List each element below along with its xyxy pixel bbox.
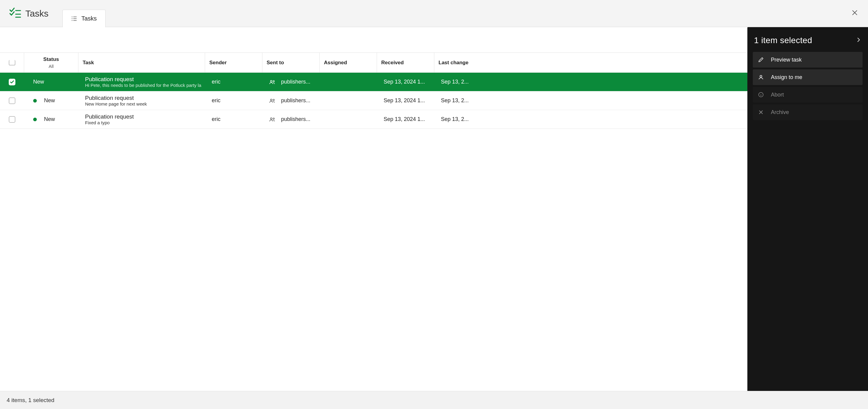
group-icon xyxy=(269,79,276,85)
header-checkbox-cell[interactable] xyxy=(0,53,24,72)
archive-button[interactable]: Archive xyxy=(753,104,863,120)
close-icon xyxy=(757,109,764,115)
status-dot-icon xyxy=(33,118,37,121)
header-sender-label: Sender xyxy=(209,60,227,66)
row-received: Sep 13, 2024 1... xyxy=(377,79,434,85)
status-text: 4 items, 1 selected xyxy=(7,397,54,404)
row-status: New xyxy=(24,116,79,122)
header-assigned-label: Assigned xyxy=(324,60,347,66)
row-sent-to-text: publishers... xyxy=(281,116,310,122)
checkbox-checked-icon xyxy=(9,79,16,85)
header-last-change[interactable]: Last change xyxy=(434,53,747,72)
preview-task-button[interactable]: Preview task xyxy=(753,52,863,68)
info-icon xyxy=(757,92,764,98)
table-header: Status All Task Sender Sent to Assigned … xyxy=(0,53,747,73)
toolbar-spacer xyxy=(0,27,747,53)
header-assigned[interactable]: Assigned xyxy=(320,53,377,72)
row-task: Publication request Fixed a typo xyxy=(79,114,205,125)
row-checkbox[interactable] xyxy=(0,97,24,104)
checkbox-icon xyxy=(9,97,16,104)
header-received-label: Received xyxy=(381,60,404,66)
row-status: New xyxy=(24,79,79,85)
row-sender: eric xyxy=(205,79,262,85)
selection-panel: 1 item selected Preview task Assign to m… xyxy=(747,27,868,391)
header-received[interactable]: Received xyxy=(377,53,434,72)
tab-tasks[interactable]: Tasks xyxy=(62,10,105,27)
header-status[interactable]: Status All xyxy=(24,53,79,72)
header-task[interactable]: Task xyxy=(79,53,205,72)
selection-panel-header: 1 item selected xyxy=(753,33,863,52)
status-dot-icon xyxy=(33,99,37,102)
group-icon xyxy=(269,116,276,123)
tab-label: Tasks xyxy=(82,15,97,22)
row-task-title: Publication request xyxy=(85,95,201,101)
close-button[interactable] xyxy=(850,9,859,18)
checkbox-icon xyxy=(9,116,16,123)
row-sender: eric xyxy=(205,97,262,104)
row-task-subtitle: Hi Pete, this needs to be published for … xyxy=(85,83,201,88)
table-row[interactable]: New Publication request Fixed a typo eri… xyxy=(0,110,747,129)
svg-point-3 xyxy=(71,16,72,17)
list-icon xyxy=(71,16,77,22)
row-checkbox[interactable] xyxy=(0,79,24,85)
row-last-change: Sep 13, 2... xyxy=(434,79,747,85)
table-area: Status All Task Sender Sent to Assigned … xyxy=(0,27,747,391)
row-sent-to-text: publishers... xyxy=(281,97,310,104)
svg-point-13 xyxy=(271,118,272,120)
header-sent-to[interactable]: Sent to xyxy=(262,53,320,72)
row-status-text: New xyxy=(33,79,44,85)
header-sender[interactable]: Sender xyxy=(205,53,262,72)
tab-bar: Tasks xyxy=(62,0,105,27)
tasks-logo-icon xyxy=(9,7,21,20)
user-icon xyxy=(757,74,764,80)
svg-point-7 xyxy=(71,20,72,21)
row-sent-to-text: publishers... xyxy=(281,79,310,85)
close-icon xyxy=(851,9,858,17)
app-title: Tasks xyxy=(25,8,49,19)
pencil-icon xyxy=(757,57,764,63)
svg-point-14 xyxy=(273,118,274,119)
row-task-title: Publication request xyxy=(85,76,201,83)
row-checkbox[interactable] xyxy=(0,116,24,123)
header-status-filter: All xyxy=(49,64,54,69)
row-last-change: Sep 13, 2... xyxy=(434,116,747,122)
row-task-title: Publication request xyxy=(85,114,201,120)
row-task: Publication request New Home page for ne… xyxy=(79,95,205,106)
table-row[interactable]: New Publication request New Home page fo… xyxy=(0,91,747,110)
table-row[interactable]: New Publication request Hi Pete, this ne… xyxy=(0,73,747,91)
header-task-label: Task xyxy=(83,60,94,66)
svg-point-5 xyxy=(71,18,72,19)
top-bar: Tasks Tasks xyxy=(0,0,868,27)
preview-task-label: Preview task xyxy=(771,57,802,63)
row-task-subtitle: New Home page for next week xyxy=(85,101,201,106)
assign-to-me-button[interactable]: Assign to me xyxy=(753,69,863,85)
row-task: Publication request Hi Pete, this needs … xyxy=(79,76,205,88)
row-status: New xyxy=(24,97,79,104)
assign-to-me-label: Assign to me xyxy=(771,74,802,81)
table-body: New Publication request Hi Pete, this ne… xyxy=(0,73,747,391)
group-icon xyxy=(269,97,276,104)
row-last-change: Sep 13, 2... xyxy=(434,97,747,104)
row-task-subtitle: Fixed a typo xyxy=(85,120,201,125)
row-sent-to: publishers... xyxy=(262,79,320,85)
row-status-text: New xyxy=(44,97,55,104)
svg-point-9 xyxy=(271,80,272,82)
app-logo: Tasks xyxy=(9,7,49,20)
abort-button[interactable]: Abort xyxy=(753,87,863,102)
row-received: Sep 13, 2024 1... xyxy=(377,97,434,104)
row-sender: eric xyxy=(205,116,262,122)
header-last-change-label: Last change xyxy=(438,60,468,66)
svg-point-11 xyxy=(271,99,272,101)
svg-point-10 xyxy=(273,81,274,82)
row-received: Sep 13, 2024 1... xyxy=(377,116,434,122)
main-area: Status All Task Sender Sent to Assigned … xyxy=(0,27,868,391)
archive-label: Archive xyxy=(771,109,789,116)
svg-point-15 xyxy=(760,75,762,77)
header-status-label: Status xyxy=(43,56,59,62)
abort-label: Abort xyxy=(771,92,784,98)
chevron-right-icon[interactable] xyxy=(856,37,861,44)
header-sent-to-label: Sent to xyxy=(267,60,284,66)
checkbox-icon xyxy=(9,60,16,65)
status-bar: 4 items, 1 selected xyxy=(0,391,868,409)
row-sent-to: publishers... xyxy=(262,116,320,123)
